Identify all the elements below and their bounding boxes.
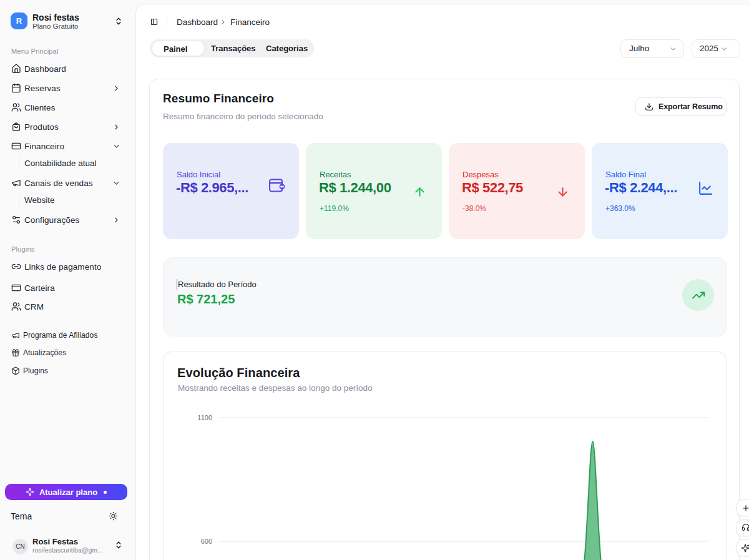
svg-text:1100: 1100 xyxy=(197,414,212,421)
svg-text:600: 600 xyxy=(201,538,212,545)
